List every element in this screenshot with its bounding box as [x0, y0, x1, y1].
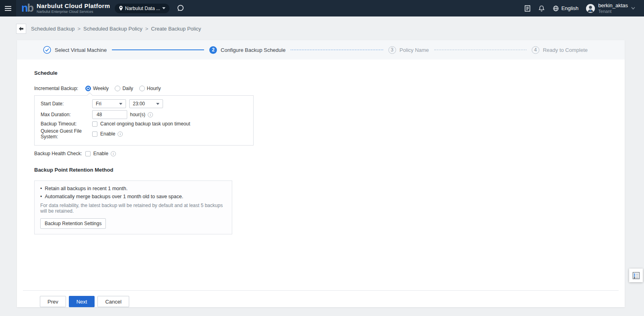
max-duration-row: Max Duration: hour(s) i [35, 110, 253, 119]
start-day-select[interactable]: Fri [92, 99, 126, 108]
max-duration-label: Max Duration: [41, 112, 92, 117]
retention-bullet-1-text: Retain all backups in recent 1 month. [45, 186, 128, 191]
quiesce-row: Quiesce Guest File System: Enable i [35, 128, 253, 140]
incremental-backup-row: Incremental Backup: Weekly Daily Hourly [34, 86, 625, 91]
bullet-icon: • [40, 194, 42, 199]
prev-button[interactable]: Prev [40, 296, 66, 307]
backup-timeout-checkbox[interactable] [92, 121, 97, 127]
retention-summary-box: • Retain all backups in recent 1 month. … [34, 181, 232, 234]
radio-daily[interactable]: Daily [115, 86, 133, 91]
brand-logo[interactable]: nb [21, 3, 33, 14]
radio-hourly-label: Hourly [147, 86, 161, 91]
incremental-backup-radio-group: Weekly Daily Hourly [85, 86, 161, 91]
step-connector [112, 49, 204, 50]
form-body: Schedule Incremental Backup: Weekly Dail… [17, 60, 625, 290]
backup-health-check-checkbox[interactable] [85, 151, 91, 156]
step-done-check-icon [43, 46, 51, 54]
retention-method-heading: Backup Point Retention Method [34, 167, 625, 173]
back-button[interactable] [16, 24, 26, 34]
backup-retention-settings-button[interactable]: Backup Retention Settings [40, 218, 106, 229]
step-policy-name: 3 Policy Name [388, 46, 429, 54]
backup-health-check-option-label: Enable [93, 151, 108, 156]
cancel-button[interactable]: Cancel [97, 296, 129, 307]
info-icon[interactable]: i [118, 131, 123, 137]
max-duration-input[interactable] [92, 110, 127, 119]
breadcrumb-create-backup-policy: Create Backup Policy [151, 26, 201, 32]
region-selector-label: Narbulut Data ... [125, 6, 160, 11]
notifications-bell-icon[interactable] [538, 5, 545, 12]
task-panel-toggle-button[interactable] [629, 269, 643, 282]
wizard-stepper: Select Virtual Machine 2 Configure Backu… [17, 40, 625, 60]
top-navbar: nb Narbulut Cloud Platform Narbulut Ente… [0, 0, 644, 16]
search-icon[interactable] [176, 4, 185, 12]
bullet-icon: • [40, 186, 42, 191]
language-selector[interactable]: English [553, 5, 579, 12]
step-label: Ready to Complete [543, 47, 588, 53]
radio-unselected-icon [139, 86, 145, 91]
retention-bullet-2-text: Automatically merge backups over 1 month… [45, 194, 183, 199]
radio-hourly[interactable]: Hourly [139, 86, 161, 91]
backup-health-check-row: Backup Health Check: Enable i [34, 151, 625, 156]
step-ready-to-complete: 4 Ready to Complete [532, 46, 588, 54]
radio-daily-label: Daily [122, 86, 133, 91]
info-icon[interactable]: i [111, 151, 116, 156]
step-number: 2 [209, 46, 217, 54]
step-connector [434, 49, 526, 50]
brand-title: Narbulut Cloud Platform [37, 3, 110, 9]
wizard-footer: Prev Next Cancel [23, 290, 619, 307]
backup-health-check-label: Backup Health Check: [34, 151, 82, 156]
start-date-label: Start Date: [41, 101, 92, 107]
backup-timeout-row: Backup Timeout: Cancel ongoing backup ta… [35, 121, 253, 127]
breadcrumb-separator: > [77, 26, 80, 32]
radio-unselected-icon [115, 86, 120, 91]
step-number: 3 [388, 46, 396, 54]
breadcrumb-scheduled-backup[interactable]: Scheduled Backup [31, 26, 74, 32]
step-label: Select Virtual Machine [55, 47, 107, 53]
backup-timeout-option-label: Cancel ongoing backup task upon timeout [100, 121, 190, 127]
chevron-down-icon [119, 103, 122, 105]
start-time-value: 23:00 [133, 101, 145, 107]
quiesce-label: Quiesce Guest File System: [41, 128, 92, 140]
step-select-virtual-machine: Select Virtual Machine [43, 46, 107, 54]
radio-weekly-label: Weekly [93, 86, 109, 91]
start-time-select[interactable]: 23:00 [129, 99, 163, 108]
documents-icon[interactable] [524, 5, 530, 12]
retention-note: For data reliability, the latest backup … [40, 203, 226, 214]
create-backup-policy-card: Select Virtual Machine 2 Configure Backu… [17, 40, 625, 307]
chevron-down-icon [631, 7, 635, 10]
logo-letter-n: n [21, 2, 27, 14]
avatar [586, 4, 595, 13]
popover-notch [87, 92, 93, 98]
breadcrumb-scheduled-backup-policy[interactable]: Scheduled Backup Policy [83, 26, 142, 32]
step-configure-backup-schedule: 2 Configure Backup Schedule [209, 46, 285, 54]
backup-timeout-label: Backup Timeout: [41, 121, 92, 127]
quiesce-option-label: Enable [100, 131, 115, 137]
step-number: 4 [532, 46, 539, 54]
location-pin-icon [119, 6, 123, 11]
region-selector[interactable]: Narbulut Data ... [115, 4, 169, 13]
weekly-schedule-box: Start Date: Fri 23:00 Max Duration: hour… [34, 95, 254, 146]
radio-selected-icon [85, 86, 91, 91]
incremental-backup-label: Incremental Backup: [34, 86, 85, 91]
step-connector [291, 49, 383, 50]
chevron-down-icon [162, 7, 165, 9]
user-menu[interactable]: berkin_aktas Tenant [586, 3, 635, 14]
radio-weekly[interactable]: Weekly [85, 86, 109, 91]
info-icon[interactable]: i [148, 112, 153, 117]
step-label: Configure Backup Schedule [221, 47, 285, 53]
chevron-down-icon [156, 103, 159, 105]
logo-letter-b: b [27, 2, 33, 14]
next-button[interactable]: Next [69, 296, 95, 307]
language-label: English [561, 5, 579, 11]
username: berkin_aktas [598, 3, 628, 8]
menu-hamburger-icon[interactable] [0, 0, 16, 16]
breadcrumb-separator: > [145, 26, 149, 32]
retention-bullet-2: • Automatically merge backups over 1 mon… [40, 194, 226, 199]
user-role: Tenant [598, 9, 628, 14]
start-date-row: Start Date: Fri 23:00 [35, 99, 253, 108]
breadcrumb: Scheduled Backup > Scheduled Backup Poli… [31, 26, 201, 32]
task-list-icon [632, 272, 640, 279]
arrow-left-icon [19, 27, 24, 31]
quiesce-checkbox[interactable] [92, 131, 97, 137]
brand-subtitle: Narbulut Enterprise Cloud Services [37, 10, 110, 14]
